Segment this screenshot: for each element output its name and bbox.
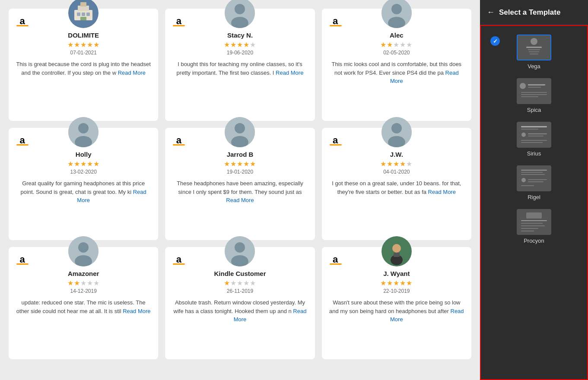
- review-text: This mic looks cool and is comfortable, …: [329, 60, 464, 86]
- svg-rect-65: [521, 223, 543, 224]
- reviewer-name: Holly: [76, 151, 92, 158]
- reviewer-avatar: [381, 236, 412, 266]
- template-label-vega: Vega: [528, 63, 540, 70]
- reviewer-name: Stacy N.: [227, 32, 253, 39]
- read-more-link[interactable]: Read More: [276, 70, 303, 76]
- template-item-rigel[interactable]: Rigel: [484, 161, 584, 205]
- review-text: Wasn't sure about these with the price b…: [329, 298, 464, 324]
- svg-rect-36: [528, 49, 540, 50]
- svg-point-49: [521, 133, 526, 137]
- template-thumbnail-rigel: [517, 165, 551, 191]
- amazon-logo: a: [16, 16, 29, 26]
- svg-rect-50: [528, 133, 547, 134]
- amazon-logo: a: [172, 16, 185, 26]
- read-more-link[interactable]: Read More: [118, 70, 146, 76]
- review-card: a J.W. ★★★★★ 04-01-2020 I got these on a…: [322, 128, 471, 240]
- svg-rect-51: [528, 136, 544, 136]
- svg-point-24: [78, 242, 89, 253]
- sidebar-header: ← Select a Template: [480, 0, 588, 25]
- reviewer-avatar: [68, 117, 99, 147]
- template-item-procyon[interactable]: Procyon: [484, 205, 584, 248]
- template-item-vega[interactable]: ✓ Vega: [484, 30, 584, 74]
- review-text: Absolute trash. Return window closed yes…: [172, 298, 308, 324]
- svg-rect-48: [521, 129, 538, 130]
- amazon-logo: a: [329, 16, 342, 26]
- review-stars: ★★★★★: [67, 279, 100, 287]
- svg-rect-43: [521, 92, 547, 93]
- amazon-logo: a: [16, 254, 29, 265]
- review-date: 04-01-2020: [383, 169, 410, 175]
- review-text: I bought this for teaching my online cla…: [172, 60, 308, 77]
- svg-point-15: [78, 123, 89, 133]
- review-text: Great quality for gaming headphones at t…: [16, 179, 151, 205]
- review-text: These headphones have been amazing, espe…: [172, 179, 308, 205]
- svg-rect-53: [521, 142, 543, 143]
- sidebar: ← Select a Template ✓ Vega Spica: [480, 0, 588, 380]
- template-panel: ✓ Vega Spica: [480, 25, 588, 380]
- svg-rect-60: [528, 181, 544, 182]
- read-more-link[interactable]: Read More: [428, 189, 456, 195]
- read-more-link[interactable]: Read More: [234, 308, 307, 323]
- reviewer-avatar: [225, 117, 255, 147]
- review-stars: ★★★★★: [67, 41, 100, 49]
- reviewer-avatar: [225, 0, 255, 28]
- review-stars: ★★★★★: [224, 41, 256, 49]
- template-item-sirius[interactable]: Sirius: [484, 117, 584, 161]
- read-more-link[interactable]: Read More: [390, 70, 459, 85]
- reviewer-avatar: [225, 236, 255, 266]
- svg-point-40: [520, 83, 526, 89]
- review-date: 02-05-2020: [383, 50, 410, 56]
- review-date: 19-06-2020: [227, 50, 253, 56]
- svg-rect-52: [521, 140, 547, 141]
- review-card: a DOLIMITE ★★★★★ 07-01-2021 This is grea…: [9, 9, 158, 121]
- svg-rect-38: [530, 54, 538, 54]
- read-more-link[interactable]: Read More: [390, 308, 464, 323]
- svg-point-27: [235, 242, 245, 253]
- amazon-logo: a: [16, 135, 29, 146]
- review-text: update: reduced one star. The mic is use…: [16, 298, 151, 315]
- svg-point-30: [392, 244, 401, 253]
- svg-rect-57: [521, 174, 545, 175]
- template-thumbnail-sirius: [517, 122, 551, 148]
- read-more-link[interactable]: Read More: [77, 189, 146, 204]
- reviewer-name: J.W.: [390, 151, 403, 158]
- template-label-rigel: Rigel: [528, 194, 540, 200]
- template-item-spica[interactable]: Spica: [484, 74, 584, 117]
- svg-rect-47: [521, 126, 547, 127]
- back-arrow-icon[interactable]: ←: [487, 8, 495, 17]
- svg-rect-41: [528, 84, 545, 86]
- reviews-grid: a DOLIMITE ★★★★★ 07-01-2021 This is grea…: [9, 9, 471, 359]
- review-stars: ★★★★★: [380, 160, 413, 168]
- review-card: a Kindle Customer ★★★★★ 26-11-2019 Absol…: [165, 247, 315, 359]
- read-more-link[interactable]: Read More: [123, 308, 150, 314]
- reviewer-name: Jarrod B: [227, 151, 254, 158]
- svg-rect-39: [518, 79, 550, 103]
- review-card: a Alec ★★★★★ 02-05-2020 This mic looks c…: [322, 9, 471, 121]
- reviewer-avatar: [68, 236, 99, 266]
- svg-rect-61: [521, 185, 534, 186]
- svg-rect-6: [86, 13, 90, 16]
- read-more-link[interactable]: Read More: [226, 197, 254, 203]
- review-stars: ★★★★★: [380, 41, 413, 49]
- svg-point-18: [235, 123, 245, 133]
- review-date: 14-12-2019: [70, 288, 96, 294]
- svg-point-58: [521, 178, 526, 182]
- review-date: 19-01-2020: [227, 169, 253, 175]
- template-label-sirius: Sirius: [527, 150, 541, 157]
- reviewer-name: Kindle Customer: [214, 270, 266, 277]
- review-date: 26-11-2019: [227, 288, 253, 294]
- svg-rect-45: [521, 96, 538, 97]
- review-text: This is great because the cord is plug i…: [16, 60, 151, 77]
- main-content: a DOLIMITE ★★★★★ 07-01-2021 This is grea…: [0, 0, 480, 380]
- svg-rect-66: [521, 225, 545, 226]
- svg-point-34: [531, 38, 537, 45]
- svg-rect-64: [521, 220, 547, 221]
- svg-rect-35: [526, 47, 542, 48]
- template-thumbnail-spica: [517, 78, 551, 104]
- svg-rect-56: [521, 172, 543, 173]
- reviewer-name: Amazoner: [68, 270, 99, 277]
- review-card: a Jarrod B ★★★★★ 19-01-2020 These headph…: [165, 128, 315, 240]
- svg-rect-59: [528, 179, 547, 180]
- template-thumbnail-vega: [517, 35, 551, 60]
- review-date: 07-01-2021: [70, 50, 96, 56]
